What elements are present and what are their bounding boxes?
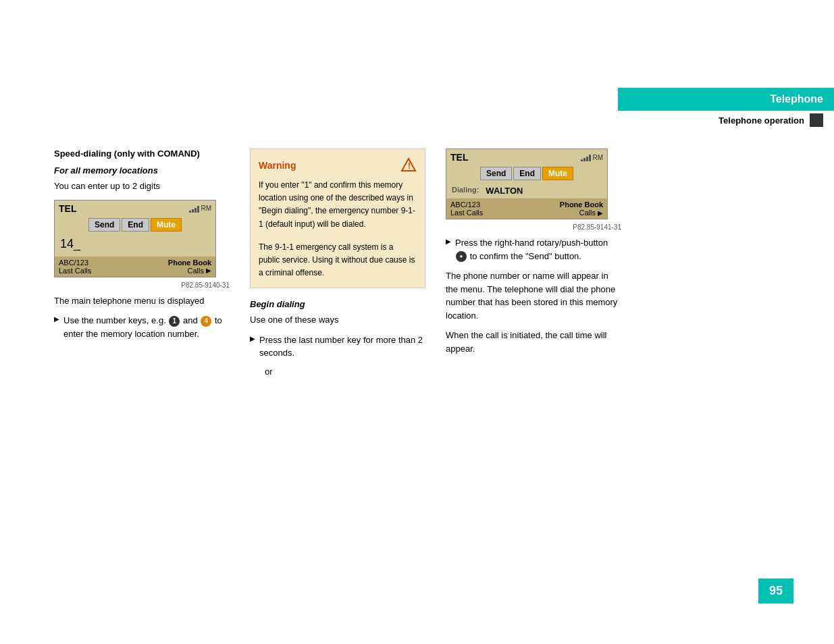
bullet-arrow-mid: ▶ [250, 335, 255, 360]
tel-buttons-right: Send End Mute [446, 164, 607, 183]
right-para2: When the call is initiated, the call tim… [446, 329, 621, 355]
circle-4: 4 [201, 316, 211, 327]
end-btn-left[interactable]: End [122, 218, 149, 232]
bullet-text-right: Press the right-hand rotary/push-button … [455, 236, 621, 263]
tel-screen-header-left: TEL RM [55, 200, 215, 215]
section-title: Speed-dialing (only with COMAND) [54, 149, 230, 159]
svg-text:!: ! [408, 161, 411, 171]
header-operation-text: Telephone operation [719, 115, 804, 126]
tel-calls-left: Calls ▶ [188, 267, 211, 275]
bullet-text-left: Use the number keys, e.g. 1 and 4 to ent… [63, 314, 230, 340]
menu-text: The main telephone menu is displayed [54, 294, 230, 308]
tel-abc-right: ABC/123 [450, 200, 483, 209]
tel-bottom-left: ABC/123 Last Calls [59, 259, 91, 275]
rm-label-left: RM [201, 205, 211, 212]
bullet-text-mid: Press the last number key for more than … [259, 333, 425, 360]
bullet-arrow-left: ▶ [54, 315, 59, 340]
send-btn-left[interactable]: Send [88, 218, 120, 232]
circle-1: 1 [169, 316, 180, 327]
dialing-name: WALTON [486, 186, 523, 196]
or-text: or [250, 365, 425, 379]
tel-calls-right: Calls ▶ [579, 209, 603, 217]
tel-bottom-left-right: ABC/123 Last Calls [450, 200, 483, 217]
warning-header: Warning ! [259, 157, 417, 173]
tel-caption-right: P82.85-9141-31 [446, 223, 621, 231]
tel-caption-left: P82.85-9140-31 [54, 281, 230, 289]
tel-screen-header-right: TEL RM [446, 149, 607, 164]
tel-label-left: TEL [59, 203, 76, 214]
tel-arrow-left: ▶ [206, 267, 211, 274]
dialing-label: Dialing: [452, 186, 479, 194]
mute-btn-left[interactable]: Mute [151, 218, 182, 232]
warning-icon: ! [400, 157, 417, 173]
warning-para1: If you enter "1" and confirm this memory… [259, 179, 417, 231]
page-number-box: 95 [758, 579, 793, 603]
tel-screen-right: TEL RM Send End Mute Dialin [446, 149, 608, 219]
mute-btn-right[interactable]: Mute [542, 167, 573, 180]
intro-text: You can enter up to 2 digits [54, 180, 230, 193]
send-btn-right[interactable]: Send [480, 167, 512, 180]
rm-label-right: RM [592, 154, 603, 161]
circle-confirm: ● [456, 251, 467, 262]
header-telephone: Telephone [618, 88, 834, 111]
tel-signal-right: RM [581, 153, 603, 161]
dialing-label-col: Dialing: [452, 186, 479, 194]
bullet-arrow-right: ▶ [446, 238, 451, 263]
tel-bottom-row-right: ABC/123 Last Calls Phone Book Calls ▶ [446, 198, 607, 219]
tel-phone-book-right: Phone Book [560, 200, 603, 209]
tel-buttons-left: Send End Mute [55, 215, 215, 234]
warning-box: Warning ! If you enter "1" and confirm t… [250, 149, 425, 288]
tel-last-calls-right: Last Calls [450, 209, 483, 217]
header-black-rect [810, 113, 823, 127]
begin-dialing-title: Begin dialing [250, 299, 425, 309]
warning-title: Warning [259, 160, 296, 171]
tel-last-calls-left: Last Calls [59, 267, 91, 275]
bullet-item-right: ▶ Press the right-hand rotary/push-butto… [446, 236, 621, 263]
signal-bars-right [581, 153, 591, 161]
header-operation-row: Telephone operation [618, 111, 834, 130]
begin-intro: Use one of these ways [250, 313, 425, 327]
tel-phone-book-left: Phone Book [168, 259, 211, 267]
left-column: Speed-dialing (only with COMAND) For all… [54, 149, 230, 644]
section-subtitle: For all memory locations [54, 165, 230, 176]
tel-number-left: 14_ [55, 234, 215, 257]
end-btn-right[interactable]: End [513, 167, 541, 180]
bullet-item-mid: ▶ Press the last number key for more tha… [250, 333, 425, 360]
tel-arrow-right: ▶ [598, 209, 603, 217]
warning-para2: The 9-1-1 emergency call system is a pub… [259, 241, 417, 280]
tel-label-right: TEL [450, 152, 468, 163]
tel-bottom-row-left: ABC/123 Last Calls Phone Book Calls ▶ [55, 257, 215, 277]
middle-column: Warning ! If you enter "1" and confirm t… [250, 149, 425, 644]
right-para1: The phone number or name will appear in … [446, 269, 621, 322]
tel-bottom-right-right: Phone Book Calls ▶ [560, 200, 603, 217]
main-content: Speed-dialing (only with COMAND) For all… [0, 149, 834, 644]
tel-screen-left: TEL RM Send End Mute 14_ [54, 200, 216, 277]
tel-signal-left: RM [189, 205, 211, 213]
tel-abc-left: ABC/123 [59, 259, 91, 267]
tel-dialing-row: Dialing: WALTON [446, 183, 607, 198]
bullet-item-left: ▶ Use the number keys, e.g. 1 and 4 to e… [54, 314, 230, 340]
tel-bottom-right-left: Phone Book Calls ▶ [168, 259, 211, 275]
signal-bars-left [189, 205, 199, 213]
right-column: TEL RM Send End Mute Dialin [446, 149, 621, 644]
header-bar: Telephone Telephone operation [618, 88, 834, 130]
